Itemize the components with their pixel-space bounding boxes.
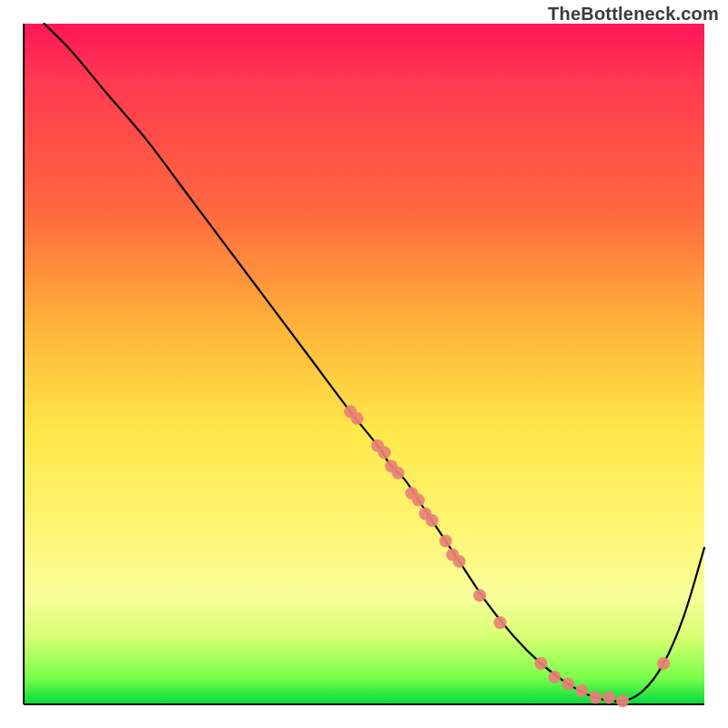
data-marker — [473, 589, 486, 602]
data-marker — [440, 534, 452, 547]
data-marker — [412, 494, 425, 507]
data-marker — [453, 555, 466, 568]
data-marker — [616, 694, 629, 707]
data-marker — [378, 446, 390, 459]
data-marker — [426, 514, 439, 527]
data-marker — [391, 467, 404, 480]
data-marker — [534, 657, 547, 670]
data-marker — [561, 678, 574, 691]
bottleneck-curve — [44, 24, 704, 702]
data-marker — [351, 412, 364, 425]
data-markers — [344, 405, 670, 707]
watermark-text: TheBottleneck.com — [548, 4, 719, 25]
data-marker — [589, 692, 602, 704]
chart-container: TheBottleneck.com — [0, 0, 728, 728]
chart-svg — [0, 0, 728, 728]
axes — [24, 24, 704, 704]
data-marker — [602, 692, 615, 704]
data-marker — [548, 671, 561, 683]
data-marker — [494, 616, 507, 629]
data-marker — [575, 684, 588, 697]
data-marker — [657, 657, 670, 670]
